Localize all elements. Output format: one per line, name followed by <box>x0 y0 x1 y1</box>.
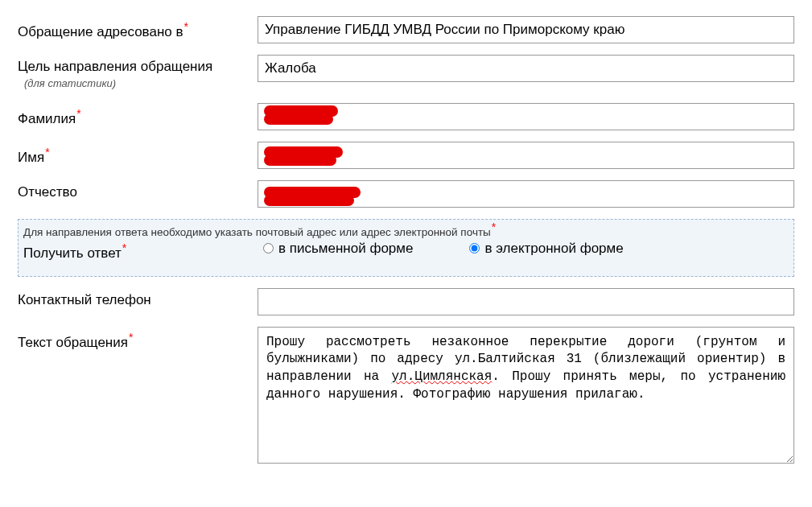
row-phone: Контактный телефон <box>18 288 794 315</box>
row-middlename: Отчество <box>18 180 794 208</box>
label-lastname: Фамилия* <box>18 103 258 127</box>
input-purpose[interactable] <box>258 55 794 82</box>
textarea-message[interactable]: Прошу рассмотреть незаконное перекрытие … <box>258 327 794 464</box>
redaction-mark <box>264 195 354 206</box>
row-firstname: Имя* <box>18 142 794 169</box>
radio-electronic[interactable]: в электронной форме <box>469 241 623 257</box>
input-lastname[interactable] <box>258 103 794 130</box>
label-purpose: Цель направления обращения (для статисти… <box>18 55 258 92</box>
row-lastname: Фамилия* <box>18 103 794 130</box>
label-phone: Контактный телефон <box>18 288 258 308</box>
radio-electronic-label: в электронной форме <box>484 241 623 257</box>
row-recipient: Обращение адресовано в* <box>18 16 794 43</box>
radio-written-input[interactable] <box>263 243 274 254</box>
redaction-mark <box>264 113 333 125</box>
legend-response: Для направления ответа необходимо указат… <box>22 219 497 240</box>
label-firstname: Имя* <box>18 142 258 166</box>
redaction-mark <box>264 155 336 166</box>
radio-group-response: в письменной форме в электронной форме <box>263 237 793 257</box>
row-message: Текст обращения* Прошу рассмотреть незак… <box>18 327 794 464</box>
label-recipient: Обращение адресовано в* <box>18 16 258 40</box>
input-phone[interactable] <box>258 288 794 315</box>
appeal-form: Обращение адресовано в* Цель направления… <box>0 0 812 464</box>
radio-electronic-input[interactable] <box>469 243 480 254</box>
label-message: Текст обращения* <box>18 327 258 351</box>
label-response: Получить ответ* <box>23 237 263 262</box>
radio-written-label: в письменной форме <box>278 241 413 257</box>
label-middlename: Отчество <box>18 180 258 200</box>
input-recipient[interactable] <box>258 16 794 43</box>
row-purpose: Цель направления обращения (для статисти… <box>18 55 794 92</box>
radio-written[interactable]: в письменной форме <box>263 241 413 257</box>
fieldset-response: Для направления ответа необходимо указат… <box>18 219 794 277</box>
